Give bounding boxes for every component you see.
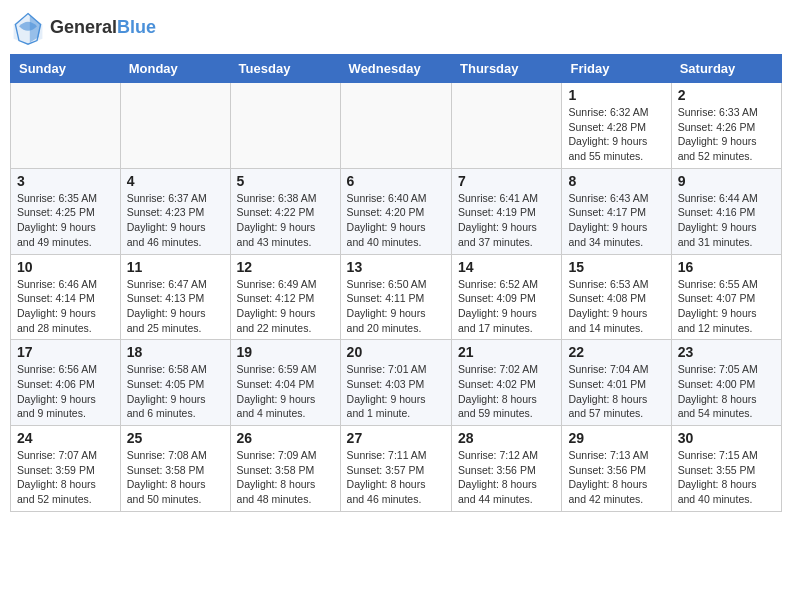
day-number: 13 — [347, 259, 445, 275]
weekday-header: Tuesday — [230, 55, 340, 83]
calendar-cell: 25Sunrise: 7:08 AM Sunset: 3:58 PM Dayli… — [120, 426, 230, 512]
day-info: Sunrise: 6:52 AM Sunset: 4:09 PM Dayligh… — [458, 277, 555, 336]
day-number: 9 — [678, 173, 775, 189]
calendar-cell: 8Sunrise: 6:43 AM Sunset: 4:17 PM Daylig… — [562, 168, 671, 254]
day-number: 10 — [17, 259, 114, 275]
calendar-cell: 17Sunrise: 6:56 AM Sunset: 4:06 PM Dayli… — [11, 340, 121, 426]
calendar-cell: 29Sunrise: 7:13 AM Sunset: 3:56 PM Dayli… — [562, 426, 671, 512]
day-info: Sunrise: 6:44 AM Sunset: 4:16 PM Dayligh… — [678, 191, 775, 250]
day-info: Sunrise: 6:55 AM Sunset: 4:07 PM Dayligh… — [678, 277, 775, 336]
day-info: Sunrise: 7:11 AM Sunset: 3:57 PM Dayligh… — [347, 448, 445, 507]
calendar-cell — [230, 83, 340, 169]
weekday-header: Saturday — [671, 55, 781, 83]
calendar-cell: 12Sunrise: 6:49 AM Sunset: 4:12 PM Dayli… — [230, 254, 340, 340]
calendar-cell: 4Sunrise: 6:37 AM Sunset: 4:23 PM Daylig… — [120, 168, 230, 254]
day-number: 16 — [678, 259, 775, 275]
calendar-cell: 18Sunrise: 6:58 AM Sunset: 4:05 PM Dayli… — [120, 340, 230, 426]
weekday-header: Wednesday — [340, 55, 451, 83]
day-info: Sunrise: 6:43 AM Sunset: 4:17 PM Dayligh… — [568, 191, 664, 250]
day-info: Sunrise: 7:04 AM Sunset: 4:01 PM Dayligh… — [568, 362, 664, 421]
day-info: Sunrise: 6:38 AM Sunset: 4:22 PM Dayligh… — [237, 191, 334, 250]
calendar-cell: 11Sunrise: 6:47 AM Sunset: 4:13 PM Dayli… — [120, 254, 230, 340]
day-number: 1 — [568, 87, 664, 103]
page-header: GeneralBlue — [10, 10, 782, 46]
calendar-cell: 10Sunrise: 6:46 AM Sunset: 4:14 PM Dayli… — [11, 254, 121, 340]
calendar-cell: 26Sunrise: 7:09 AM Sunset: 3:58 PM Dayli… — [230, 426, 340, 512]
calendar-cell: 16Sunrise: 6:55 AM Sunset: 4:07 PM Dayli… — [671, 254, 781, 340]
calendar-cell: 6Sunrise: 6:40 AM Sunset: 4:20 PM Daylig… — [340, 168, 451, 254]
day-number: 17 — [17, 344, 114, 360]
calendar-cell — [120, 83, 230, 169]
day-info: Sunrise: 7:09 AM Sunset: 3:58 PM Dayligh… — [237, 448, 334, 507]
day-number: 19 — [237, 344, 334, 360]
calendar-week-row: 3Sunrise: 6:35 AM Sunset: 4:25 PM Daylig… — [11, 168, 782, 254]
weekday-header: Thursday — [452, 55, 562, 83]
day-info: Sunrise: 7:05 AM Sunset: 4:00 PM Dayligh… — [678, 362, 775, 421]
day-info: Sunrise: 6:47 AM Sunset: 4:13 PM Dayligh… — [127, 277, 224, 336]
calendar-cell: 2Sunrise: 6:33 AM Sunset: 4:26 PM Daylig… — [671, 83, 781, 169]
logo-text: GeneralBlue — [50, 18, 156, 38]
calendar-cell: 30Sunrise: 7:15 AM Sunset: 3:55 PM Dayli… — [671, 426, 781, 512]
day-info: Sunrise: 7:15 AM Sunset: 3:55 PM Dayligh… — [678, 448, 775, 507]
calendar-cell: 15Sunrise: 6:53 AM Sunset: 4:08 PM Dayli… — [562, 254, 671, 340]
day-info: Sunrise: 7:01 AM Sunset: 4:03 PM Dayligh… — [347, 362, 445, 421]
logo: GeneralBlue — [10, 10, 156, 46]
day-number: 7 — [458, 173, 555, 189]
day-number: 30 — [678, 430, 775, 446]
day-info: Sunrise: 6:41 AM Sunset: 4:19 PM Dayligh… — [458, 191, 555, 250]
calendar-cell: 27Sunrise: 7:11 AM Sunset: 3:57 PM Dayli… — [340, 426, 451, 512]
day-number: 14 — [458, 259, 555, 275]
day-info: Sunrise: 6:46 AM Sunset: 4:14 PM Dayligh… — [17, 277, 114, 336]
day-info: Sunrise: 6:59 AM Sunset: 4:04 PM Dayligh… — [237, 362, 334, 421]
calendar-cell — [340, 83, 451, 169]
calendar-week-row: 17Sunrise: 6:56 AM Sunset: 4:06 PM Dayli… — [11, 340, 782, 426]
day-number: 18 — [127, 344, 224, 360]
calendar-cell: 3Sunrise: 6:35 AM Sunset: 4:25 PM Daylig… — [11, 168, 121, 254]
weekday-header: Monday — [120, 55, 230, 83]
calendar-cell: 7Sunrise: 6:41 AM Sunset: 4:19 PM Daylig… — [452, 168, 562, 254]
calendar-cell: 21Sunrise: 7:02 AM Sunset: 4:02 PM Dayli… — [452, 340, 562, 426]
day-number: 2 — [678, 87, 775, 103]
day-info: Sunrise: 6:33 AM Sunset: 4:26 PM Dayligh… — [678, 105, 775, 164]
day-info: Sunrise: 7:08 AM Sunset: 3:58 PM Dayligh… — [127, 448, 224, 507]
weekday-header: Friday — [562, 55, 671, 83]
day-info: Sunrise: 6:37 AM Sunset: 4:23 PM Dayligh… — [127, 191, 224, 250]
day-number: 8 — [568, 173, 664, 189]
weekday-header: Sunday — [11, 55, 121, 83]
day-info: Sunrise: 7:07 AM Sunset: 3:59 PM Dayligh… — [17, 448, 114, 507]
calendar-week-row: 1Sunrise: 6:32 AM Sunset: 4:28 PM Daylig… — [11, 83, 782, 169]
day-number: 23 — [678, 344, 775, 360]
calendar-cell: 9Sunrise: 6:44 AM Sunset: 4:16 PM Daylig… — [671, 168, 781, 254]
calendar-cell — [452, 83, 562, 169]
day-number: 4 — [127, 173, 224, 189]
calendar-week-row: 24Sunrise: 7:07 AM Sunset: 3:59 PM Dayli… — [11, 426, 782, 512]
weekday-header-row: SundayMondayTuesdayWednesdayThursdayFrid… — [11, 55, 782, 83]
day-number: 26 — [237, 430, 334, 446]
calendar-cell — [11, 83, 121, 169]
day-info: Sunrise: 7:12 AM Sunset: 3:56 PM Dayligh… — [458, 448, 555, 507]
day-number: 12 — [237, 259, 334, 275]
calendar-cell: 28Sunrise: 7:12 AM Sunset: 3:56 PM Dayli… — [452, 426, 562, 512]
day-number: 3 — [17, 173, 114, 189]
day-info: Sunrise: 6:50 AM Sunset: 4:11 PM Dayligh… — [347, 277, 445, 336]
logo-blue: Blue — [117, 17, 156, 37]
day-number: 15 — [568, 259, 664, 275]
day-number: 22 — [568, 344, 664, 360]
calendar-cell: 13Sunrise: 6:50 AM Sunset: 4:11 PM Dayli… — [340, 254, 451, 340]
day-number: 29 — [568, 430, 664, 446]
logo-general: General — [50, 17, 117, 37]
calendar-cell: 23Sunrise: 7:05 AM Sunset: 4:00 PM Dayli… — [671, 340, 781, 426]
day-number: 28 — [458, 430, 555, 446]
logo-icon — [10, 10, 46, 46]
day-number: 20 — [347, 344, 445, 360]
calendar-cell: 20Sunrise: 7:01 AM Sunset: 4:03 PM Dayli… — [340, 340, 451, 426]
calendar-week-row: 10Sunrise: 6:46 AM Sunset: 4:14 PM Dayli… — [11, 254, 782, 340]
day-number: 27 — [347, 430, 445, 446]
day-number: 24 — [17, 430, 114, 446]
day-info: Sunrise: 6:53 AM Sunset: 4:08 PM Dayligh… — [568, 277, 664, 336]
day-info: Sunrise: 6:35 AM Sunset: 4:25 PM Dayligh… — [17, 191, 114, 250]
day-info: Sunrise: 7:13 AM Sunset: 3:56 PM Dayligh… — [568, 448, 664, 507]
day-number: 5 — [237, 173, 334, 189]
day-info: Sunrise: 6:40 AM Sunset: 4:20 PM Dayligh… — [347, 191, 445, 250]
day-number: 11 — [127, 259, 224, 275]
